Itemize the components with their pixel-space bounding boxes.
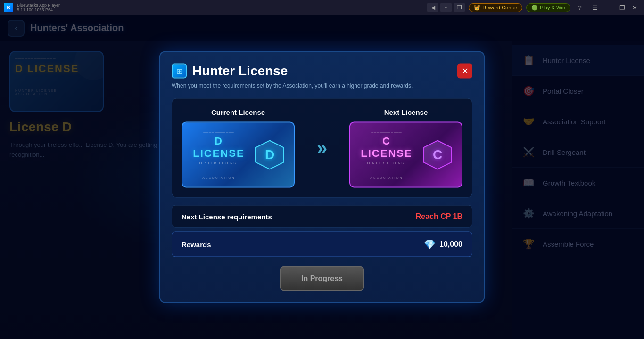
nav-copy-button[interactable]: ❐ xyxy=(454,3,465,12)
next-license-sub: HUNTER LICENSE xyxy=(358,161,415,164)
next-license-label: Next License xyxy=(349,108,462,116)
rewards-value: 💎 10,000 xyxy=(424,239,462,250)
close-button[interactable]: ✕ xyxy=(629,3,640,12)
requirements-row: Next License requirements Reach CP 1B xyxy=(172,205,472,228)
current-license-section: Current License ─────────── D LICENSE HU… xyxy=(182,108,295,188)
next-license-name: C LICENSE xyxy=(358,135,415,159)
arrow-divider: » xyxy=(313,137,331,159)
inprogress-button[interactable]: In Progress xyxy=(280,266,364,291)
app-logo: B xyxy=(4,3,13,12)
menu-button[interactable]: ☰ xyxy=(589,3,601,12)
next-license-section: Next License ─────────── C LICENSE HUNTE… xyxy=(349,108,462,188)
nav-home-button[interactable]: ⌂ xyxy=(440,3,452,12)
reward-center-button[interactable]: 👑 Reward Center xyxy=(469,3,522,12)
titlebar-center: 👑 Reward Center 🟢 Play & Win ? ☰ xyxy=(469,3,601,12)
main-area: ‹ Hunters' Association ───────────── D L… xyxy=(0,15,644,339)
next-license-text: ─────────── C LICENSE HUNTER LICENSE ASS… xyxy=(358,130,415,179)
modal-subtitle: When you meet the requirements set by th… xyxy=(172,82,472,89)
next-license-card: ─────────── C LICENSE HUNTER LICENSE ASS… xyxy=(349,122,462,188)
minimize-button[interactable]: — xyxy=(604,3,616,12)
modal-close-button[interactable]: ✕ xyxy=(457,64,472,79)
nav-controls: ◀ ⌂ ❐ xyxy=(427,3,465,12)
nav-back-button[interactable]: ◀ xyxy=(427,3,438,12)
modal-title: Hunter License xyxy=(192,64,288,79)
app-name: BlueStacks App Player 5.11.100.1063 P64 xyxy=(17,3,423,12)
next-license-assoc: ASSOCIATION xyxy=(358,176,415,179)
rewards-amount: 10,000 xyxy=(439,240,462,249)
maximize-button[interactable]: ❐ xyxy=(617,3,628,12)
requirements-value: Reach CP 1B xyxy=(416,212,462,221)
rewards-label: Rewards xyxy=(182,240,424,248)
current-license-badge: D xyxy=(253,138,286,171)
requirements-label: Next License requirements xyxy=(182,212,416,220)
play-win-button[interactable]: 🟢 Play & Win xyxy=(526,3,570,12)
next-license-badge: C xyxy=(421,138,454,171)
current-license-sub: HUNTER LICENSE xyxy=(190,161,248,164)
next-hex-letter: C xyxy=(433,147,442,162)
diamond-icon: 💎 xyxy=(424,239,436,250)
hunter-license-modal: Hunter License ✕ When you meet the requi… xyxy=(159,51,485,303)
titlebar: B BlueStacks App Player 5.11.100.1063 P6… xyxy=(0,0,644,15)
current-license-label: Current License xyxy=(182,108,295,116)
playnwin-icon: 🟢 xyxy=(531,5,538,11)
current-hex-letter: D xyxy=(265,147,274,162)
reward-icon: 👑 xyxy=(474,5,480,11)
help-button[interactable]: ? xyxy=(574,3,586,12)
rewards-row: Rewards 💎 10,000 xyxy=(172,232,472,257)
modal-header: Hunter License ✕ xyxy=(172,64,472,79)
window-controls: — ❐ ✕ xyxy=(604,3,640,12)
current-license-assoc: ASSOCIATION xyxy=(190,176,248,179)
current-license-name: D LICENSE xyxy=(190,135,248,159)
current-license-card: ─────────── D LICENSE HUNTER LICENSE ASS… xyxy=(182,122,295,188)
modal-icon xyxy=(172,64,187,79)
current-license-text: ─────────── D LICENSE HUNTER LICENSE ASS… xyxy=(190,130,248,179)
license-compare: Current License ─────────── D LICENSE HU… xyxy=(172,98,472,198)
